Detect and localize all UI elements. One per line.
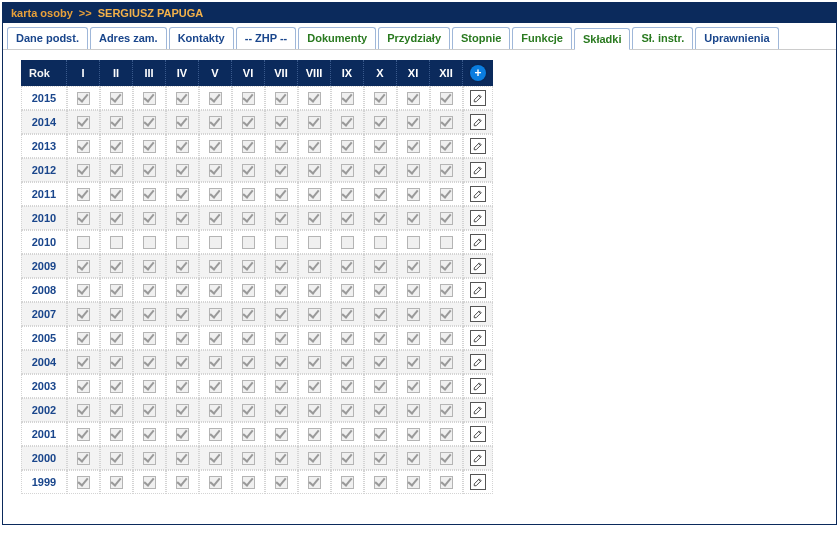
month-checkbox [242,260,255,273]
tab-dokumenty[interactable]: Dokumenty [298,27,376,49]
month-cell [331,158,364,182]
month-cell [166,182,199,206]
month-checkbox [407,236,420,249]
edit-row-icon[interactable] [470,330,486,346]
edit-row-icon[interactable] [470,186,486,202]
edit-row-icon[interactable] [470,402,486,418]
month-cell [67,350,100,374]
edit-row-icon[interactable] [470,474,486,490]
month-cell [430,182,463,206]
tab--zhp-[interactable]: -- ZHP -- [236,27,297,49]
month-cell [265,86,298,110]
month-checkbox [341,164,354,177]
month-cell [100,278,133,302]
month-cell [397,326,430,350]
year-cell: 2015 [21,86,67,110]
month-cell [331,206,364,230]
month-checkbox [77,116,90,129]
month-checkbox [440,212,453,225]
month-checkbox [440,284,453,297]
month-checkbox [143,92,156,105]
month-checkbox [143,164,156,177]
month-checkbox [143,308,156,321]
edit-row-icon[interactable] [470,426,486,442]
month-cell [166,470,199,494]
month-checkbox [77,332,90,345]
tab-kontakty[interactable]: Kontakty [169,27,234,49]
month-cell [133,302,166,326]
month-checkbox [77,236,90,249]
month-cell [430,86,463,110]
month-checkbox [77,92,90,105]
edit-row-icon[interactable] [470,162,486,178]
month-cell [166,422,199,446]
table-row: 2007 [21,302,493,326]
month-cell [166,302,199,326]
edit-row-icon[interactable] [470,354,486,370]
month-cell [100,398,133,422]
month-checkbox [440,164,453,177]
month-cell [298,302,331,326]
month-checkbox [275,284,288,297]
month-checkbox [407,164,420,177]
month-checkbox [242,212,255,225]
tab-funkcje[interactable]: Funkcje [512,27,572,49]
month-checkbox [209,404,222,417]
month-checkbox [77,356,90,369]
month-cell [67,326,100,350]
tab-uprawnienia[interactable]: Uprawnienia [695,27,778,49]
month-cell [67,182,100,206]
month-checkbox [275,356,288,369]
edit-row-icon[interactable] [470,306,486,322]
month-checkbox [374,452,387,465]
tab-sk-adki[interactable]: Składki [574,28,631,50]
month-checkbox [374,92,387,105]
month-cell [265,470,298,494]
month-checkbox [242,116,255,129]
tab-dane-podst-[interactable]: Dane podst. [7,27,88,49]
edit-row-icon[interactable] [470,450,486,466]
month-cell [232,278,265,302]
month-cell [331,446,364,470]
edit-row-icon[interactable] [470,282,486,298]
month-cell [298,374,331,398]
month-checkbox [209,164,222,177]
col-header-month-X: X [364,60,397,86]
edit-row-icon[interactable] [470,114,486,130]
tab-s-instr-[interactable]: Sł. instr. [632,27,693,49]
tab-przydzia-y[interactable]: Przydziały [378,27,450,49]
month-checkbox [176,116,189,129]
month-checkbox [176,284,189,297]
edit-row-icon[interactable] [470,138,486,154]
month-checkbox [209,476,222,489]
month-checkbox [176,260,189,273]
month-checkbox [176,308,189,321]
month-cell [364,86,397,110]
month-cell [331,278,364,302]
month-cell [166,86,199,110]
tab-stopnie[interactable]: Stopnie [452,27,510,49]
month-cell [199,158,232,182]
month-cell [331,110,364,134]
month-checkbox [209,380,222,393]
edit-row-icon[interactable] [470,234,486,250]
edit-row-icon[interactable] [470,210,486,226]
edit-row-icon[interactable] [470,90,486,106]
month-cell [331,302,364,326]
tab-adres-zam-[interactable]: Adres zam. [90,27,167,49]
table-row: 2010 [21,230,493,254]
table-row: 2001 [21,422,493,446]
month-checkbox [440,356,453,369]
month-checkbox [341,284,354,297]
add-year-icon[interactable]: + [470,65,486,81]
month-cell [100,374,133,398]
month-cell [364,230,397,254]
edit-row-icon[interactable] [470,378,486,394]
month-cell [265,134,298,158]
month-cell [232,86,265,110]
month-checkbox [440,332,453,345]
month-checkbox [407,332,420,345]
edit-row-icon[interactable] [470,258,486,274]
month-cell [199,278,232,302]
month-cell [199,398,232,422]
